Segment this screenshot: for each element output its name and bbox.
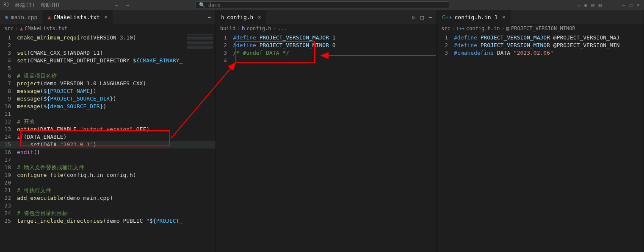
code-line[interactable]: 3#cmakedefine DATA "2023.02.06" <box>437 49 644 57</box>
code-content[interactable] <box>15 179 216 187</box>
code-line[interactable]: 2 <box>0 42 216 49</box>
layout-icon[interactable]: ▭ <box>577 2 580 8</box>
maximize-icon[interactable]: ❐ <box>630 2 633 8</box>
close-icon[interactable]: ✕ <box>637 2 640 8</box>
more-icon[interactable]: ⋯ <box>208 14 211 20</box>
line-number: 23 <box>0 202 15 210</box>
code-content[interactable]: add_executable(demo main.cpp) <box>15 194 216 202</box>
code-line[interactable]: 23 <box>0 202 216 210</box>
breadcrumb-item[interactable]: config.h.in <box>466 25 500 31</box>
code-line[interactable]: 19configure_file(config.h.in config.h) <box>0 171 216 179</box>
code-line[interactable]: 3set(CMAKE_CXX_STANDARD 11) <box>0 49 216 57</box>
code-line[interactable]: 7project(demo VERSION 1.0 LANGUAGES CXX) <box>0 80 216 87</box>
back-icon[interactable]: ← <box>115 2 118 8</box>
code-line[interactable]: 25target_include_directories(demo PUBLIC… <box>0 217 216 225</box>
breadcrumb[interactable]: src › ▲ CMakeLists.txt <box>0 24 216 33</box>
editor-pane-2: h config.h × ▷ □ ⋯ build › h config.h › … <box>216 10 437 252</box>
code-line[interactable]: 12# 开关 <box>0 118 216 126</box>
menu-item[interactable]: 终端(T) <box>15 2 35 9</box>
tab-config-h-in[interactable]: C++ config.h.in 1 × <box>437 10 511 24</box>
close-tab-icon[interactable]: × <box>502 14 505 20</box>
code-line[interactable]: 4 <box>216 57 437 64</box>
code-line[interactable]: 13option(DATA_ENABLE "output version" OF… <box>0 126 216 133</box>
code-line[interactable]: 2#define PROJECT_VERSION_MINOR @PROJECT_… <box>437 42 644 49</box>
code-content[interactable]: # 开关 <box>15 118 216 126</box>
minimize-icon[interactable]: – <box>622 2 625 8</box>
menu-item[interactable]: R) <box>3 2 9 9</box>
code-line[interactable]: 15 set(DATA "2023.0.1") <box>0 141 216 148</box>
code-editor[interactable]: 1#define PROJECT_VERSION_MAJOR @PROJECT_… <box>437 33 644 57</box>
breadcrumb-item[interactable]: build <box>220 25 235 31</box>
code-line[interactable]: 1#define PROJECT_VERSION_MAJOR 1 <box>216 34 437 42</box>
code-content[interactable] <box>15 202 216 210</box>
code-content[interactable]: #define PROJECT_VERSION_MAJOR @PROJECT_V… <box>452 34 644 42</box>
breadcrumb-item[interactable]: config.h <box>247 25 271 31</box>
layout-icon[interactable]: ▤ <box>591 2 594 8</box>
close-tab-icon[interactable]: × <box>257 14 261 20</box>
code-content[interactable] <box>15 156 216 164</box>
breadcrumb-item[interactable]: ... <box>278 25 287 31</box>
code-line[interactable]: 4set(CMAKE_RUNTIME_OUTPUT_DIRECTORY ${CM… <box>0 57 216 64</box>
code-content[interactable]: target_include_directories(demo PUBLIC "… <box>15 217 216 225</box>
breadcrumb-item[interactable]: CMakeLists.txt <box>25 25 67 31</box>
code-line[interactable]: 1#define PROJECT_VERSION_MAJOR @PROJECT_… <box>437 34 644 42</box>
code-content[interactable]: #define PROJECT_VERSION_MINOR @PROJECT_V… <box>452 42 644 49</box>
code-content[interactable]: # 可执行文件 <box>15 187 216 194</box>
code-content[interactable]: if(DATA_ENABLE) <box>15 133 216 141</box>
code-content[interactable]: # 将包含目录到目标 <box>15 210 216 217</box>
run-icon[interactable]: ▷ <box>412 14 416 20</box>
code-content[interactable]: #define PROJECT_VERSION_MAJOR 1 <box>231 34 437 42</box>
breadcrumb-item[interactable]: PROJECT_VERSION_MINOR <box>511 25 575 31</box>
breadcrumb-item[interactable]: src <box>4 25 14 31</box>
code-line[interactable]: 18# 输入文件替换成输出文件 <box>0 164 216 171</box>
code-line[interactable]: 16endif() <box>0 148 216 156</box>
close-tab-icon[interactable]: × <box>104 14 108 20</box>
code-content[interactable] <box>15 110 216 118</box>
code-line[interactable]: 2#define PROJECT_VERSION_MINOR 0 <box>216 42 437 49</box>
code-content[interactable]: endif() <box>15 148 216 156</box>
forward-icon[interactable]: → <box>126 2 129 8</box>
tab-config-h[interactable]: h config.h × <box>216 10 266 24</box>
code-line[interactable]: 22add_executable(demo main.cpp) <box>0 194 216 202</box>
code-line[interactable]: 3/* #undef DATA */ <box>216 49 437 57</box>
split-icon[interactable]: □ <box>420 14 424 20</box>
code-content[interactable]: set(DATA "2023.0.1") <box>15 141 216 148</box>
code-editor[interactable]: 1cmake_minimum_required(VERSION 3.10)23s… <box>0 33 216 225</box>
code-line[interactable]: 14if(DATA_ENABLE) <box>0 133 216 141</box>
code-line[interactable]: 9message(${PROJECT_SOURCE_DIR}) <box>0 95 216 103</box>
code-line[interactable]: 20 <box>0 179 216 187</box>
code-line[interactable]: 8message(${PROJECT_NAME}) <box>0 87 216 95</box>
code-content[interactable] <box>231 57 437 64</box>
cpp-icon: ⊕ <box>5 14 8 20</box>
code-content[interactable]: option(DATA_ENABLE "output version" OFF) <box>15 126 216 133</box>
code-line[interactable]: 5 <box>0 64 216 72</box>
breadcrumb[interactable]: build › h config.h › ... <box>216 24 437 33</box>
code-content[interactable]: /* #undef DATA */ <box>231 49 437 57</box>
more-icon[interactable]: ⋯ <box>429 14 432 20</box>
tab-label: config.h.in <box>454 14 491 20</box>
code-content[interactable]: #define PROJECT_VERSION_MINOR 0 <box>231 42 437 49</box>
code-line[interactable]: 1cmake_minimum_required(VERSION 3.10) <box>0 34 216 42</box>
code-line[interactable]: 24# 将包含目录到目标 <box>0 210 216 217</box>
code-content[interactable]: configure_file(config.h.in config.h) <box>15 171 216 179</box>
code-editor[interactable]: 1#define PROJECT_VERSION_MAJOR 12#define… <box>216 33 437 64</box>
cpp-icon: C++ <box>457 26 464 31</box>
code-line[interactable]: 21# 可执行文件 <box>0 187 216 194</box>
tab-cmakelists[interactable]: ▲ CMakeLists.txt × <box>42 10 113 24</box>
tab-main-cpp[interactable]: ⊕ main.cpp <box>0 10 42 24</box>
code-line[interactable]: 10message(${demo_SOURCE_DIR}) <box>0 103 216 110</box>
code-line[interactable]: 17 <box>0 156 216 164</box>
code-content[interactable]: # 输入文件替换成输出文件 <box>15 164 216 171</box>
line-number: 18 <box>0 164 15 171</box>
breadcrumb[interactable]: src › C++ config.h.in › ▤ PROJECT_VERSIO… <box>437 24 644 33</box>
code-line[interactable]: 11 <box>0 110 216 118</box>
layout-icon[interactable]: ▥ <box>599 2 602 8</box>
tab-bar: h config.h × ▷ □ ⋯ <box>216 10 437 24</box>
menu-item[interactable]: 帮助(H) <box>41 2 60 9</box>
minimap[interactable] <box>185 34 215 110</box>
code-line[interactable]: 6# 设置项目名称 <box>0 72 216 80</box>
breadcrumb-item[interactable]: src <box>441 25 451 31</box>
code-content[interactable]: #cmakedefine DATA "2023.02.06" <box>452 49 644 57</box>
layout-icon[interactable]: ▣ <box>584 2 587 8</box>
global-search[interactable]: 🔍 demo <box>195 1 449 9</box>
